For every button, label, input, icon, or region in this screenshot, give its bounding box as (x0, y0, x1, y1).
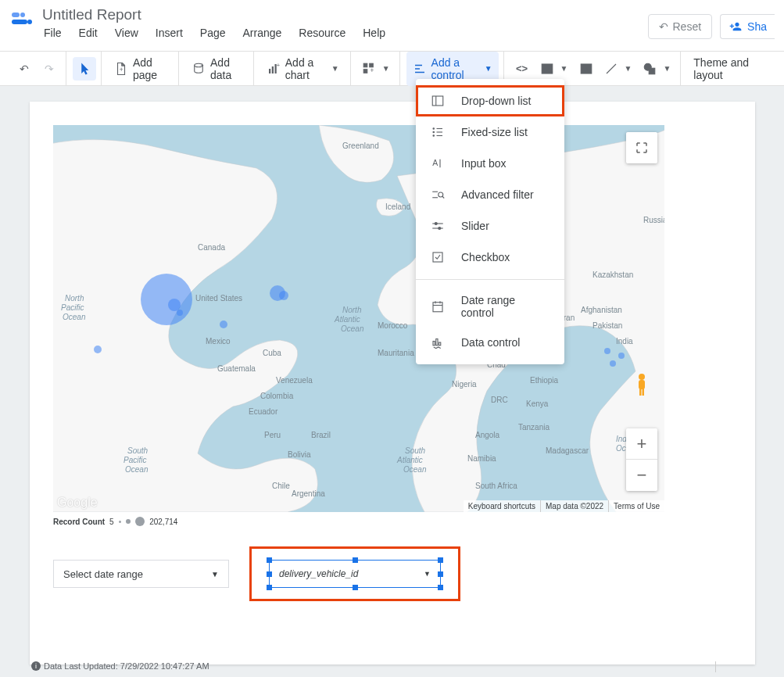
person-add-icon (729, 20, 743, 33)
svg-text:A: A (432, 158, 438, 167)
svg-rect-59 (433, 253, 442, 262)
option-label: Checkbox (461, 251, 510, 263)
dropdown-field-label: delivery_vehicle_id (279, 568, 358, 579)
theme-layout-button[interactable]: Theme and layout (687, 52, 771, 86)
map-label: Madagascar (546, 446, 589, 455)
shape-button[interactable]: ▼ (638, 57, 675, 81)
add-data-label: Add data (210, 56, 242, 81)
control-option-dropdown-list[interactable]: Drop-down list (416, 85, 564, 116)
document-title[interactable]: Untitled Report (42, 3, 648, 25)
svg-rect-40 (643, 389, 645, 396)
svg-line-18 (607, 64, 616, 73)
menu-file[interactable]: File (42, 25, 63, 41)
add-data-button[interactable]: +Add data (185, 52, 249, 86)
share-button[interactable]: Sha (720, 14, 775, 39)
dropdown-control-selected[interactable]: delivery_vehicle_id ▼ (269, 560, 441, 588)
menu-view[interactable]: View (113, 25, 140, 41)
map-label: Guatemala (217, 364, 256, 373)
date-range-label: Select date range (63, 568, 143, 580)
line-button[interactable]: ▼ (600, 57, 637, 81)
data-control-icon (430, 335, 446, 350)
chevron-down-icon: ▼ (424, 570, 431, 578)
menu-help[interactable]: Help (361, 25, 387, 41)
svg-point-24 (177, 310, 183, 316)
canvas[interactable]: Greenland Iceland Canada United States M… (0, 86, 784, 677)
svg-point-58 (439, 227, 441, 230)
date-range-control[interactable]: Select date range ▼ (53, 560, 229, 588)
svg-rect-12 (369, 63, 373, 67)
legend-max: 202,714 (149, 518, 177, 526)
add-chart-button[interactable]: +Add a chart▼ (260, 52, 345, 86)
fixed-list-icon (430, 124, 446, 140)
zoom-in-button[interactable]: + (626, 428, 657, 460)
map-chart[interactable]: Greenland Iceland Canada United States M… (53, 125, 664, 512)
option-label: Advanced filter (461, 188, 534, 201)
add-page-label: Add page (133, 56, 167, 81)
reset-button[interactable]: ↶ Reset (648, 14, 713, 39)
control-option-fixed-list[interactable]: Fixed-size list (416, 116, 564, 148)
svg-text:+: + (277, 62, 281, 69)
image-button[interactable]: ▼ (535, 57, 573, 81)
community-viz-button[interactable]: +▼ (357, 57, 395, 81)
app-logo[interactable] (9, 8, 34, 33)
report-page[interactable]: Greenland Iceland Canada United States M… (30, 102, 755, 664)
map-label: United States (195, 294, 242, 303)
chevron-down-icon: ▼ (211, 570, 219, 578)
menu-page[interactable]: Page (199, 25, 227, 41)
chevron-down-icon: ▼ (625, 64, 632, 73)
undo-button[interactable]: ↶ (13, 57, 36, 81)
reset-label: Reset (673, 20, 702, 33)
svg-point-45 (433, 135, 435, 137)
menu-bar: File Edit View Insert Page Arrange Resou… (42, 25, 648, 41)
map-label: India (616, 337, 633, 346)
menu-arrange[interactable]: Arrange (242, 25, 284, 41)
redo-button[interactable]: ↷ (38, 57, 61, 81)
map-label: Iceland (385, 202, 410, 211)
control-option-advanced-filter[interactable]: Advanced filter (416, 179, 564, 210)
url-embed-button[interactable]: <> (510, 57, 534, 81)
text-button[interactable]: A (575, 57, 598, 81)
map-label: Cuba (263, 349, 281, 357)
terms-link[interactable]: Terms of Use (608, 500, 664, 512)
kb-shortcuts-link[interactable]: Keyboard shortcuts (464, 500, 540, 512)
menu-edit[interactable]: Edit (77, 25, 99, 41)
option-label: Fixed-size list (461, 126, 528, 138)
pegman-icon[interactable] (626, 369, 657, 400)
dropdown-list-icon (430, 93, 446, 109)
map-label: Tanzania (518, 423, 550, 432)
svg-rect-8 (272, 66, 274, 73)
toolbar: ↶ ↷ +Add page +Add data +Add a chart▼ +▼… (0, 52, 784, 86)
selection-tool[interactable] (73, 57, 96, 81)
svg-point-23 (168, 299, 181, 311)
control-option-data-control[interactable]: Data control (416, 327, 564, 358)
svg-text:A: A (584, 65, 589, 73)
control-option-date-range[interactable]: Date range control (416, 286, 564, 327)
svg-rect-13 (363, 69, 367, 73)
control-option-slider[interactable]: Slider (416, 210, 564, 242)
menu-resource[interactable]: Resource (297, 25, 347, 41)
legend-min: 5 (109, 518, 114, 526)
advanced-filter-icon (430, 187, 446, 202)
map-label: Kazakhstan (592, 270, 633, 279)
map-label: Morocco (378, 321, 408, 330)
share-label: Sha (747, 20, 767, 33)
map-label: Russia (643, 216, 664, 224)
menu-insert[interactable]: Insert (154, 25, 184, 41)
data-updated-label: Data Last Updated: 7/29/2022 10:47:27 AM (44, 661, 209, 671)
add-page-button[interactable]: +Add page (108, 52, 174, 86)
control-option-input-box[interactable]: A Input box (416, 148, 564, 179)
map-label: Argentina (292, 489, 325, 498)
svg-text:+: + (120, 66, 124, 73)
svg-rect-20 (650, 68, 656, 74)
zoom-out-button[interactable]: − (626, 460, 657, 491)
fullscreen-button[interactable] (626, 132, 657, 163)
calendar-icon (430, 299, 446, 314)
map-label: Brazil (311, 431, 331, 439)
control-option-checkbox[interactable]: Checkbox (416, 242, 564, 273)
map-data-label: Map data ©2022 (540, 500, 608, 512)
map-label: Colombia (260, 392, 294, 400)
chevron-down-icon: ▼ (560, 64, 568, 73)
map-label: Ethiopia (530, 376, 559, 385)
map-label: Mauritania (378, 349, 414, 357)
svg-rect-60 (433, 303, 442, 312)
